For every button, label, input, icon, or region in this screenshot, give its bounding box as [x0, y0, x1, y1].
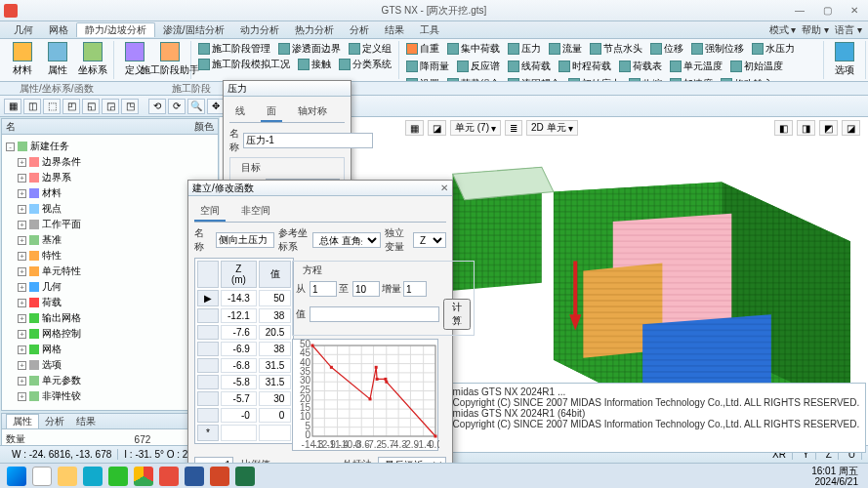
tb-btn[interactable]: ▦ — [4, 99, 21, 114]
tb-btn[interactable]: ⟳ — [168, 99, 186, 114]
tree-item: 单元特性 — [42, 264, 81, 278]
vb-2d-elements[interactable]: 2D 单元 ▾ — [526, 120, 578, 136]
rib-selfweight[interactable]: 自重 — [403, 41, 442, 57]
menu-geometry[interactable]: 几何 — [6, 23, 41, 37]
rib-concentrated[interactable]: 集中荷载 — [444, 41, 503, 57]
vb-cube-icon[interactable]: ▦ — [405, 120, 424, 136]
calc-button[interactable]: 计算 — [443, 299, 471, 330]
rib-options[interactable]: 选项 — [828, 41, 861, 78]
vb-view-icon[interactable]: ◨ — [797, 120, 815, 136]
start-icon[interactable] — [7, 467, 26, 486]
vb-select-elements[interactable]: 单元 (7) ▾ — [450, 120, 501, 136]
tree-item: 新建任务 — [30, 140, 69, 153]
inc-input[interactable] — [403, 281, 427, 297]
tb-btn[interactable]: ⬚ — [43, 99, 61, 114]
chrome-icon[interactable] — [134, 467, 153, 486]
vb-face-icon[interactable]: ◪ — [428, 120, 446, 136]
tb-btn[interactable]: ◰ — [62, 99, 80, 114]
close-icon[interactable]: ✕ — [440, 183, 448, 193]
rib-define-group[interactable]: 定义组 — [346, 41, 394, 57]
tree-panel-header: 名颜色 — [2, 119, 218, 135]
close-button[interactable]: ✕ — [845, 5, 864, 16]
rib-stage-helper[interactable]: 施工阶段助手 — [153, 41, 186, 78]
rib-stage-manage[interactable]: 施工阶段管理 — [195, 41, 273, 57]
system-clock[interactable]: 16:01 周五2024/6/21 — [811, 466, 864, 487]
tab-face[interactable]: 面 — [261, 102, 282, 122]
vb-view-icon[interactable]: ◪ — [842, 120, 860, 136]
rib-flow[interactable]: 流量 — [546, 41, 585, 57]
info-tabs[interactable]: 属性 分析 结果 — [2, 414, 218, 429]
tab-line[interactable]: 线 — [229, 102, 251, 122]
tab-nonspatial[interactable]: 非空间 — [235, 202, 276, 222]
rib-loadtable[interactable]: 荷载表 — [616, 59, 665, 74]
vb-view-icon[interactable]: ◩ — [819, 120, 838, 136]
rib-rain[interactable]: 降雨量 — [403, 59, 452, 74]
name-input[interactable] — [243, 133, 373, 148]
word-icon[interactable] — [185, 467, 204, 486]
rib-classify[interactable]: 分类系统 — [336, 57, 394, 72]
mode-menu[interactable]: 模式 ▾ — [769, 23, 797, 37]
rib-head[interactable]: 节点水头 — [587, 41, 645, 57]
output-window[interactable]: > midas GTS NX 2024R1 ... > Copyright (C… — [440, 383, 866, 453]
from-input[interactable] — [310, 281, 337, 297]
help-menu[interactable]: 帮助 ▾ — [802, 23, 829, 37]
to-input[interactable] — [352, 281, 380, 297]
rib-pressure[interactable]: 压力 — [505, 41, 544, 57]
excel-icon[interactable] — [235, 467, 255, 486]
value-input[interactable] — [310, 306, 439, 322]
rib-timeload[interactable]: 时程荷载 — [556, 59, 614, 74]
tb-btn[interactable]: ◫ — [23, 99, 41, 114]
menu-thermal[interactable]: 热力分析 — [287, 23, 342, 37]
window-title: GTS NX - [两次开挖.gts] — [382, 4, 487, 18]
menu-dynamic[interactable]: 动力分析 — [232, 23, 287, 37]
lang-menu[interactable]: 语言 ▾ — [835, 23, 862, 37]
rib-temp[interactable]: 单元温度 — [667, 59, 725, 74]
wechat-icon[interactable] — [108, 467, 128, 486]
ppt-icon[interactable] — [210, 467, 229, 486]
maximize-button[interactable]: ▢ — [817, 5, 837, 16]
indep-select[interactable]: Z — [413, 232, 446, 248]
tb-btn[interactable]: ◳ — [121, 99, 139, 114]
rib-contact[interactable]: 接触 — [295, 57, 334, 72]
tab-axisym[interactable]: 轴对称 — [292, 102, 333, 122]
menubar: 几何 网格 静力/边坡分析 渗流/固结分析 动力分析 热力分析 分析 结果 工具… — [0, 21, 868, 39]
rib-stage-sim[interactable]: 施工阶段模拟工况 — [195, 57, 293, 72]
tb-btn[interactable]: 🔍 — [187, 99, 205, 114]
model-tree[interactable]: -新建任务 +边界条件 +边界系 +材料 +视点 +工作平面 +基准 +特性 +… — [2, 135, 218, 410]
search-icon[interactable] — [32, 467, 52, 486]
menu-seepage-consol[interactable]: 渗流/固结分析 — [155, 23, 232, 37]
rib-property[interactable]: 属性 — [41, 41, 74, 78]
edge-icon[interactable] — [83, 467, 103, 486]
rib-inittemp[interactable]: 初始温度 — [727, 59, 786, 74]
xy-table[interactable]: Z (m)值 ▶-14.350 -12.138 -7.620.5 -6.938 … — [194, 258, 294, 444]
vb-layers-icon[interactable]: ≣ — [505, 120, 522, 136]
minimize-button[interactable]: — — [790, 5, 809, 16]
tree-item: 网格 — [42, 343, 62, 356]
menu-results[interactable]: 结果 — [377, 23, 412, 37]
menu-static-slope[interactable]: 静力/边坡分析 — [76, 22, 155, 37]
rib-disp[interactable]: 位移 — [647, 41, 686, 57]
vb-view-icon[interactable]: ◧ — [774, 120, 793, 136]
tb-btn[interactable]: ◲ — [102, 99, 119, 114]
rib-forcedisp[interactable]: 强制位移 — [688, 41, 747, 57]
menu-tools[interactable]: 工具 — [412, 23, 447, 37]
tree-item: 非弹性铰 — [42, 389, 81, 403]
explorer-icon[interactable] — [58, 467, 77, 486]
rib-material[interactable]: 材料 — [6, 41, 39, 78]
coord-select[interactable]: 总体 直角坐标系 — [312, 232, 381, 248]
menu-mesh[interactable]: 网格 — [41, 23, 76, 37]
status-coords: W : -24. 6816, -13. 678 — [6, 449, 118, 460]
rib-coord[interactable]: 坐标系 — [76, 41, 109, 78]
tree-item: 工作平面 — [42, 218, 81, 231]
rib-waterpress[interactable]: 水压力 — [749, 41, 798, 57]
tab-spatial[interactable]: 空间 — [194, 202, 226, 222]
app-icon[interactable] — [159, 467, 179, 486]
rib-spectrum[interactable]: 反应谱 — [454, 59, 503, 74]
rib-lineload[interactable]: 线荷载 — [505, 59, 554, 74]
menu-analysis[interactable]: 分析 — [342, 23, 377, 37]
rib-seep-bound[interactable]: 渗透面边界 — [275, 41, 344, 57]
windows-taskbar[interactable]: 16:01 周五2024/6/21 — [0, 463, 868, 488]
func-name-input[interactable] — [216, 232, 274, 248]
tb-btn[interactable]: ◱ — [82, 99, 100, 114]
tb-btn[interactable]: ⟲ — [148, 99, 166, 114]
